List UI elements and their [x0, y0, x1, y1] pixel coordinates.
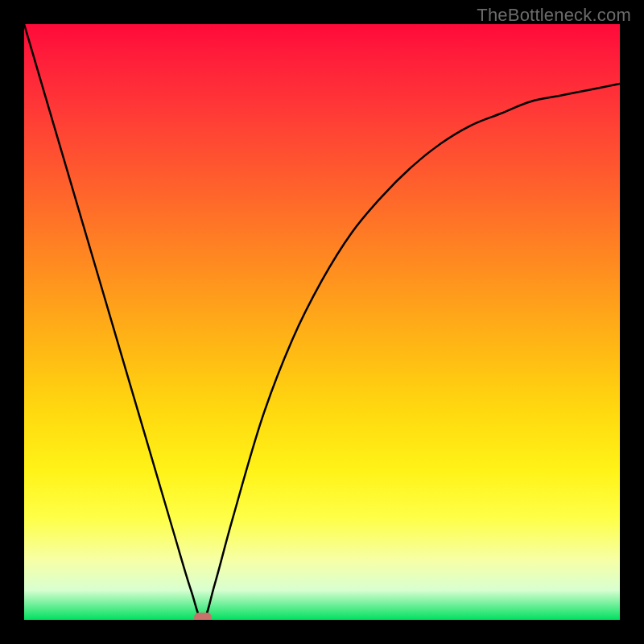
chart-frame: TheBottleneck.com — [0, 0, 644, 644]
bottleneck-curve — [24, 24, 620, 620]
plot-area — [24, 24, 620, 620]
watermark-text: TheBottleneck.com — [477, 5, 631, 26]
optimum-marker — [194, 613, 212, 620]
